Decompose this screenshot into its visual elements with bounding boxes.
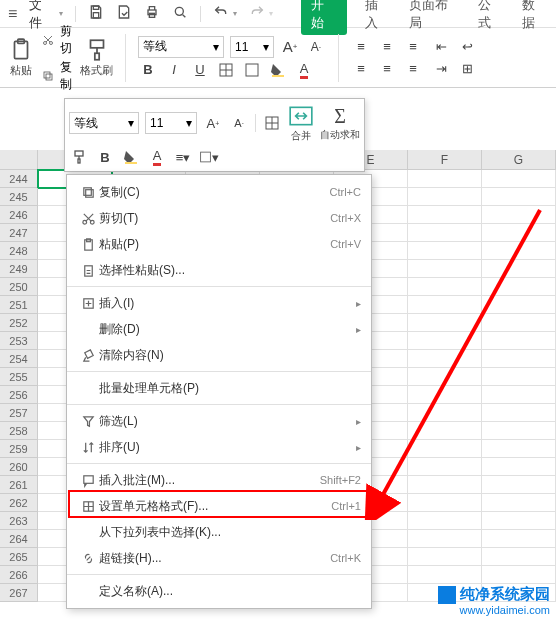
row-header[interactable]: 245	[0, 188, 38, 206]
font-color-icon[interactable]: A	[294, 60, 314, 80]
cell[interactable]	[408, 386, 482, 404]
cell[interactable]	[482, 476, 556, 494]
row-header[interactable]: 260	[0, 458, 38, 476]
cell[interactable]	[408, 512, 482, 530]
row-header[interactable]: 263	[0, 512, 38, 530]
print-icon[interactable]	[144, 4, 160, 23]
menu-insert[interactable]: 插入(I)▸	[67, 290, 371, 316]
redo-icon[interactable]	[249, 4, 265, 23]
tab-data[interactable]: 数据	[522, 0, 548, 32]
cell[interactable]	[408, 188, 482, 206]
mini-increase-font-icon[interactable]: A+	[203, 113, 223, 133]
row-header[interactable]: 255	[0, 368, 38, 386]
mini-merge-button[interactable]: 合并	[288, 103, 314, 143]
fill-color-icon[interactable]	[268, 60, 288, 80]
menu-hyperlink[interactable]: 超链接(H)...Ctrl+K	[67, 545, 371, 571]
align-left-icon[interactable]: ≡	[351, 59, 371, 79]
mini-font-color-icon[interactable]: A	[147, 147, 167, 167]
cell[interactable]	[482, 332, 556, 350]
row-header[interactable]: 259	[0, 440, 38, 458]
row-header[interactable]: 257	[0, 404, 38, 422]
cell[interactable]	[482, 350, 556, 368]
menu-dropdown-select[interactable]: 从下拉列表中选择(K)...	[67, 519, 371, 545]
row-header[interactable]: 249	[0, 260, 38, 278]
column-header[interactable]: F	[408, 150, 482, 169]
menu-comment[interactable]: 插入批注(M)...Shift+F2	[67, 467, 371, 493]
copy-button[interactable]: 复制	[42, 59, 72, 93]
align-middle-icon[interactable]: ≡	[377, 37, 397, 57]
chevron-down-icon[interactable]: ▾	[269, 9, 273, 18]
align-top-icon[interactable]: ≡	[351, 37, 371, 57]
cell[interactable]	[482, 260, 556, 278]
cell[interactable]	[408, 494, 482, 512]
cell[interactable]	[408, 350, 482, 368]
select-all-corner[interactable]	[0, 150, 38, 169]
cut-button[interactable]: 剪切	[42, 23, 72, 57]
row-header[interactable]: 247	[0, 224, 38, 242]
row-header[interactable]: 250	[0, 278, 38, 296]
tab-insert[interactable]: 插入	[365, 0, 391, 32]
row-header[interactable]: 244	[0, 170, 38, 188]
size-select[interactable]: 11 ▾	[230, 36, 274, 58]
cell[interactable]	[408, 296, 482, 314]
save-icon[interactable]	[88, 4, 104, 23]
mini-bold-icon[interactable]: B	[95, 147, 115, 167]
row-header[interactable]: 267	[0, 584, 38, 602]
undo-icon[interactable]	[213, 4, 229, 23]
row-header[interactable]: 248	[0, 242, 38, 260]
cell[interactable]	[408, 422, 482, 440]
cell[interactable]	[482, 386, 556, 404]
cell[interactable]	[408, 440, 482, 458]
row-header[interactable]: 246	[0, 206, 38, 224]
cell[interactable]	[482, 566, 556, 584]
cell[interactable]	[482, 224, 556, 242]
row-header[interactable]: 252	[0, 314, 38, 332]
cell[interactable]	[408, 170, 482, 188]
cell[interactable]	[482, 494, 556, 512]
cell[interactable]	[482, 512, 556, 530]
underline-icon[interactable]: U	[190, 60, 210, 80]
increase-font-icon[interactable]: A+	[280, 37, 300, 57]
border-style-icon[interactable]	[242, 60, 262, 80]
mini-align-icon[interactable]: ≡▾	[173, 147, 193, 167]
merge-cells-icon[interactable]: ⊞	[457, 59, 477, 79]
cell[interactable]	[408, 242, 482, 260]
decrease-font-icon[interactable]: A-	[306, 37, 326, 57]
font-select[interactable]: 等线 ▾	[138, 36, 224, 58]
row-header[interactable]: 254	[0, 350, 38, 368]
cell[interactable]	[482, 458, 556, 476]
cell[interactable]	[482, 296, 556, 314]
cell[interactable]	[408, 404, 482, 422]
row-header[interactable]: 262	[0, 494, 38, 512]
menu-format-cells[interactable]: 设置单元格格式(F)...Ctrl+1	[67, 493, 371, 519]
row-header[interactable]: 266	[0, 566, 38, 584]
tab-formula[interactable]: 公式	[478, 0, 504, 32]
align-bottom-icon[interactable]: ≡	[403, 37, 423, 57]
cell[interactable]	[408, 530, 482, 548]
cell[interactable]	[408, 368, 482, 386]
cell[interactable]	[482, 368, 556, 386]
mini-autosum-button[interactable]: Σ 自动求和	[320, 105, 360, 142]
cell[interactable]	[482, 278, 556, 296]
row-header[interactable]: 251	[0, 296, 38, 314]
mini-size-select[interactable]: 11▾	[145, 112, 197, 134]
menu-clear[interactable]: 清除内容(N)	[67, 342, 371, 368]
menu-delete[interactable]: 删除(D)▸	[67, 316, 371, 342]
indent-increase-icon[interactable]: ⇥	[431, 59, 451, 79]
menu-copy[interactable]: 复制(C)Ctrl+C	[67, 179, 371, 205]
row-header[interactable]: 261	[0, 476, 38, 494]
paste-button[interactable]: 粘贴	[8, 37, 34, 78]
mini-decrease-font-icon[interactable]: A-	[229, 113, 249, 133]
cell[interactable]	[482, 170, 556, 188]
row-header[interactable]: 265	[0, 548, 38, 566]
align-center-icon[interactable]: ≡	[377, 59, 397, 79]
cell[interactable]	[408, 206, 482, 224]
menu-sort[interactable]: 排序(U)▸	[67, 434, 371, 460]
tab-start[interactable]: 开始	[301, 0, 347, 35]
bold-icon[interactable]: B	[138, 60, 158, 80]
indent-decrease-icon[interactable]: ⇤	[431, 37, 451, 57]
format-painter-button[interactable]: 格式刷	[80, 37, 113, 78]
cell[interactable]	[408, 476, 482, 494]
cell[interactable]	[482, 242, 556, 260]
cell[interactable]	[482, 314, 556, 332]
